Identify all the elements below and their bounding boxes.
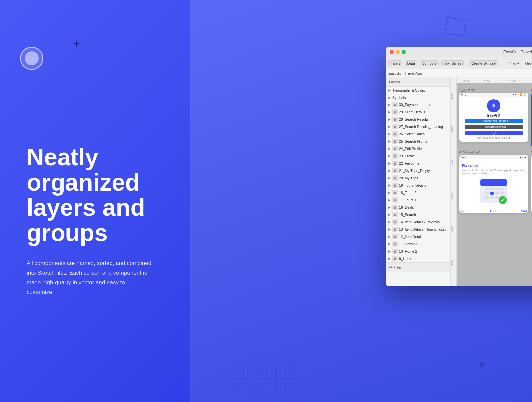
onboard1-content: Plan a trip You can select the date and …	[459, 159, 528, 209]
left-panel: + Neatly organized layers and groups All…	[0, 0, 190, 402]
list-item[interactable]: ▶ ▤ 12_Item Details	[386, 233, 450, 240]
list-item[interactable]: ▶ ▤ 21_My Trips_Empty	[386, 167, 450, 174]
layer-icon: ▤	[392, 256, 398, 261]
create-symbol-button[interactable]: Create Symbol	[469, 60, 498, 66]
layer-label: 25_Search Flights	[399, 139, 427, 143]
layer-label: 15_Search	[399, 213, 416, 217]
onboard1-sub: You can select the date and also We can …	[462, 169, 526, 175]
layer-label: 19_Tours_Details	[399, 183, 426, 187]
maximize-button[interactable]	[402, 50, 406, 54]
layer-typography[interactable]: ▶ Typography & Colors	[386, 87, 450, 94]
next-btn[interactable]: NEXT	[521, 210, 527, 212]
layer-label: 27_Search Results_Loading	[399, 125, 443, 129]
close-button[interactable]	[390, 50, 394, 54]
list-item[interactable]: ▶ ▤ 28_Search Results	[386, 116, 450, 123]
svg-rect-12	[485, 196, 489, 199]
layer-icon: ▤	[392, 219, 398, 225]
expand-arrow: ▶	[388, 213, 392, 216]
svg-rect-11	[500, 192, 504, 195]
canvas-with-ruler: -2,800 -2,600 -2,400 -2,200 -2,000 -1,80…	[451, 77, 532, 286]
expand-arrow: ▶	[388, 176, 392, 180]
connect-facebook-btn[interactable]: 🔵 Connect with Facebook	[465, 119, 523, 123]
expand-arrow: ▶	[388, 162, 392, 165]
expand-arrow: ▶	[388, 103, 392, 106]
svg-rect-13	[490, 196, 494, 199]
skip-btn[interactable]: SKIP	[461, 210, 466, 212]
expand-arrow: ▶	[388, 184, 392, 187]
list-item[interactable]: ▶ ▤ 14_Item Details - Reviews	[386, 218, 450, 226]
layer-icon: ▤	[392, 168, 398, 173]
list-item[interactable]: ▶ ▤ 18_Tours 2	[386, 189, 450, 196]
expand-arrow: ▶	[388, 191, 392, 194]
expand-arrow: ▶	[388, 242, 392, 246]
layer-label: 21_My Trips_Empty	[399, 169, 430, 173]
login-btn[interactable]: Log In	[465, 131, 523, 135]
sketch-window: EasyGo - Travel App — Edited Insert Data…	[386, 47, 532, 286]
list-item[interactable]: ▶ ▤ 10_Home 2	[386, 248, 450, 255]
list-item[interactable]: ▶ ▤ 9_Home 1	[386, 255, 450, 262]
screen-label: 1_Welcome	[459, 88, 528, 92]
data-button[interactable]: Data	[405, 60, 417, 66]
list-item[interactable]: ▶ ▤ 23_Profile	[386, 152, 450, 160]
expand-arrow: ▶	[388, 169, 392, 172]
list-item[interactable]: ▶ ▤ 27_Search Results_Loading	[386, 123, 450, 130]
expand-arrow: ▶	[388, 140, 392, 143]
traffic-lights	[390, 50, 406, 54]
layer-label: 9_Home 1	[399, 257, 415, 261]
layer-label: 10_Home 2	[399, 249, 417, 253]
canvas-area[interactable]: 1_Welcome 9:41 ▲▲▲ 📶 🔋	[457, 83, 532, 286]
phone-screen-onboard1: 9:41 ▲▲▲ Plan a trip You can select the …	[459, 155, 528, 213]
list-item[interactable]: ▶ ▤ 13_Item Details - Tour & ticket	[386, 226, 450, 233]
layer-label: 24_Edit Profile	[399, 147, 422, 151]
layer-label: 22_Favourite	[399, 161, 419, 165]
group-button[interactable]: Group	[525, 61, 532, 65]
expand-arrow: ▶	[388, 250, 392, 253]
list-item[interactable]: ▶ ▤ 30_Payment method	[386, 101, 450, 108]
easygo-logo	[487, 99, 500, 112]
main-area: Layers ▶ Typography & Colors ▶ Symbols ▶…	[386, 77, 532, 286]
toolbar-separator-2	[501, 60, 501, 66]
list-item[interactable]: ▶ ▤ 20_My Trips	[386, 174, 450, 182]
minimize-button[interactable]	[396, 50, 400, 54]
symbols-button[interactable]: Symbols	[420, 60, 439, 66]
expand-arrow: ▶	[388, 206, 392, 209]
svg-rect-9	[490, 192, 494, 195]
status-bar: 9:41 ▲▲▲	[459, 155, 528, 159]
list-item[interactable]: ▶ ▤ 26_Select Dates	[386, 130, 450, 138]
status-bar: 9:41 ▲▲▲ 📶 🔋	[459, 93, 528, 97]
window-title: EasyGo - Travel App — Edited	[503, 50, 532, 54]
layer-icon: ▤	[392, 241, 398, 247]
svg-rect-6	[495, 188, 499, 190]
layer-icon: ▤	[392, 212, 398, 217]
toolbar-separator-3	[522, 60, 522, 66]
list-item[interactable]: ▶ ▤ 22_Favourite	[386, 160, 450, 167]
expand-arrow: ▶	[388, 125, 392, 128]
expand-arrow: ▶	[388, 257, 392, 260]
connect-phone-btn[interactable]: 📞 Connect with Phone	[465, 125, 523, 129]
list-item[interactable]: ▶ ▤ 16_Deals	[386, 204, 450, 211]
text-styles-button[interactable]: Text Styles	[441, 60, 464, 66]
zoom-control[interactable]: — 44% +	[504, 61, 519, 65]
ruler-vertical: -1,200 -1,400 -1,600 -1,800 -2,000 -2,20…	[451, 83, 457, 286]
layer-label: 12_Item Details	[399, 235, 423, 239]
filter-label[interactable]: Filter	[393, 265, 401, 269]
list-item[interactable]: ▶ ▤ 19_Tours_Details	[386, 182, 450, 189]
list-item[interactable]: ▶ ▤ 11_Home 3	[386, 240, 450, 248]
list-item[interactable]: ▶ ▤ 15_Search	[386, 211, 450, 218]
description-text: All components are named, sorted, and co…	[27, 259, 153, 297]
layer-label: 26_Select Dates	[399, 132, 425, 136]
layers-header: Layers	[386, 77, 450, 87]
signup-link[interactable]: Don't have an account? Sign Up	[477, 137, 510, 139]
svg-rect-10	[495, 192, 499, 195]
list-item[interactable]: ▶ ▤ 25_Search Flights	[386, 138, 450, 145]
list-item[interactable]: ▶ ▤ 17_Tours 1	[386, 196, 450, 204]
page-tab[interactable]: EasyGo - Travel App	[388, 71, 422, 75]
list-item[interactable]: ▶ ▤ 29_Flight Details	[386, 108, 450, 116]
expand-arrow: ▶	[388, 96, 392, 99]
layer-label: 14_Item Details - Reviews	[399, 220, 440, 224]
insert-button[interactable]: Insert	[388, 60, 402, 66]
list-item[interactable]: ▶ ▤ 24_Edit Profile	[386, 145, 450, 152]
dot-1	[490, 210, 491, 212]
layer-symbols[interactable]: ▶ Symbols	[386, 94, 450, 101]
onboard1-illustration	[462, 176, 526, 206]
